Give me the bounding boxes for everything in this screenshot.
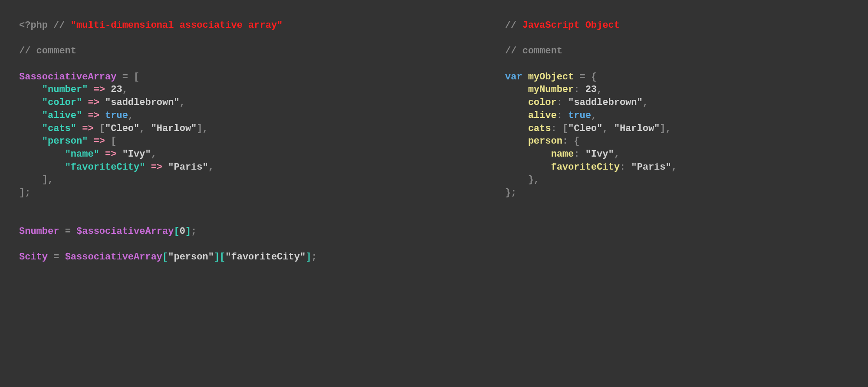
- js-code-block: // JavaScript Object // comment var myOb…: [505, 19, 849, 264]
- comma: ,: [203, 123, 208, 134]
- val-alive: true: [568, 110, 591, 121]
- key-cats: cats: [528, 123, 551, 134]
- close-brace-semi: };: [505, 187, 516, 198]
- comment-slash: //: [505, 46, 516, 56]
- key-number: "number": [42, 84, 88, 95]
- key-name: name: [551, 149, 574, 160]
- val-color: "saddlebrown": [568, 97, 643, 108]
- val-favoriteCity: "Paris": [168, 162, 208, 173]
- equals: =: [579, 72, 585, 82]
- comment-text: comment: [36, 46, 76, 56]
- php-open-tag: <?php: [19, 20, 48, 31]
- arrow: =>: [88, 97, 99, 108]
- php-var-access: $associativeArray: [76, 226, 174, 237]
- comma: ,: [602, 123, 608, 134]
- colon: :: [574, 149, 579, 160]
- comma: ,: [666, 123, 671, 134]
- key-color: "color": [42, 97, 82, 108]
- arrow: =>: [88, 110, 99, 121]
- comma: ,: [534, 174, 539, 185]
- php-var-city: $city: [19, 252, 48, 262]
- colon: :: [620, 162, 625, 173]
- comma: ,: [151, 149, 157, 160]
- cats-close-bracket: ]: [660, 123, 665, 134]
- lbracket: [: [174, 226, 179, 237]
- index-favoriteCity: "favoriteCity": [225, 252, 306, 262]
- comma: ,: [180, 97, 185, 108]
- comma: ,: [671, 162, 677, 173]
- semicolon: ;: [311, 252, 317, 262]
- key-alive: alive: [528, 110, 557, 121]
- colon: :: [557, 110, 562, 121]
- comma: ,: [128, 110, 134, 121]
- rbracket: ]: [306, 252, 311, 262]
- comment-slash: //: [19, 46, 30, 56]
- comma: ,: [614, 149, 620, 160]
- php-var-number: $number: [19, 226, 59, 237]
- equals: =: [65, 226, 71, 237]
- comma: ,: [122, 84, 128, 95]
- val-favoriteCity: "Paris": [631, 162, 671, 173]
- val-alive: true: [105, 110, 128, 121]
- open-brace: {: [591, 72, 597, 82]
- val-cats-0: "Cleo": [105, 123, 139, 134]
- val-cats-0: "Cleo": [568, 123, 602, 134]
- val-number: 23: [111, 84, 122, 95]
- comma: ,: [643, 97, 648, 108]
- lbracket: [: [162, 252, 168, 262]
- cats-open-bracket: [: [99, 123, 105, 134]
- val-color: "saddlebrown": [105, 97, 180, 108]
- key-alive: "alive": [42, 110, 82, 121]
- comment-text: comment: [522, 46, 562, 56]
- arrow: =>: [105, 149, 116, 160]
- rbracket: ]: [214, 252, 220, 262]
- val-cats-1: "Harlow": [614, 123, 660, 134]
- key-favoriteCity: "favoriteCity": [65, 162, 145, 173]
- php-var-access: $associativeArray: [65, 252, 162, 262]
- comma: ,: [48, 174, 53, 185]
- close-bracket-semi: ];: [19, 187, 30, 198]
- cats-open-bracket: [: [562, 123, 568, 134]
- open-bracket: [: [134, 72, 139, 82]
- key-favoriteCity: favoriteCity: [551, 162, 619, 173]
- person-close-brace: }: [528, 174, 534, 185]
- arrow: =>: [151, 162, 162, 173]
- equals: =: [53, 252, 59, 262]
- key-myNumber: myNumber: [528, 84, 574, 95]
- colon: :: [562, 136, 568, 147]
- comma: ,: [597, 84, 602, 95]
- php-title-comment: "multi-dimensional associative array": [71, 20, 283, 31]
- person-open-brace: {: [574, 136, 579, 147]
- val-cats-1: "Harlow": [151, 123, 197, 134]
- person-open-bracket: [: [111, 136, 116, 147]
- colon: :: [574, 84, 579, 95]
- person-close-bracket: ]: [42, 174, 48, 185]
- colon: :: [551, 123, 556, 134]
- php-var-associativeArray: $associativeArray: [19, 72, 116, 82]
- key-name: "name": [65, 149, 99, 160]
- key-person: "person": [42, 136, 88, 147]
- arrow: =>: [82, 123, 93, 134]
- key-cats: "cats": [42, 123, 76, 134]
- key-person: person: [528, 136, 562, 147]
- arrow: =>: [94, 136, 105, 147]
- key-color: color: [528, 97, 557, 108]
- rbracket: ]: [185, 226, 191, 237]
- index-person: "person": [168, 252, 214, 262]
- val-number: 23: [585, 84, 597, 95]
- lbracket: [: [220, 252, 225, 262]
- cats-close-bracket: ]: [197, 123, 202, 134]
- val-name: "Ivy": [585, 149, 614, 160]
- php-code-block: <?php // "multi-dimensional associative …: [19, 19, 466, 264]
- keyword-var: var: [505, 72, 523, 82]
- js-title-comment: JavaScript Object: [522, 20, 619, 31]
- arrow: =>: [94, 84, 105, 95]
- comment-slash: //: [505, 20, 516, 31]
- comma: ,: [139, 123, 145, 134]
- comma: ,: [208, 162, 214, 173]
- index-0: 0: [180, 226, 185, 237]
- comma: ,: [591, 110, 597, 121]
- colon: :: [557, 97, 562, 108]
- equals: =: [122, 72, 128, 82]
- js-var-myObject: myObject: [528, 72, 574, 82]
